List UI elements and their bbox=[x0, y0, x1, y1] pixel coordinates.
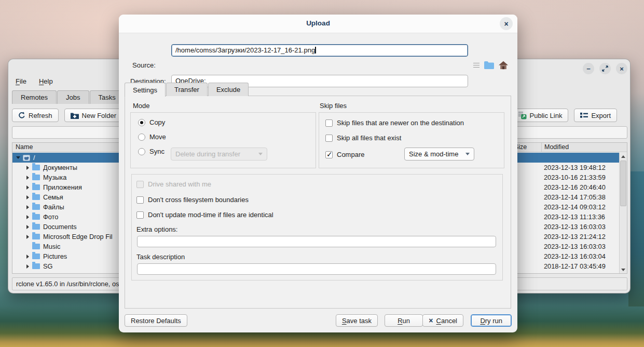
expand-arrow-icon[interactable] bbox=[24, 264, 31, 269]
task-description-input[interactable] bbox=[137, 263, 496, 275]
mode-radio-row[interactable]: Copy bbox=[138, 118, 166, 126]
scrollbar-thumb[interactable] bbox=[620, 161, 626, 206]
column-modified[interactable]: Modified bbox=[541, 143, 619, 152]
checkbox-label: Skip all files that exist bbox=[337, 134, 401, 142]
radio-icon[interactable] bbox=[138, 134, 145, 141]
folder-icon bbox=[32, 194, 40, 200]
checkbox-disabled-icon bbox=[136, 181, 144, 188]
export-button[interactable]: Export bbox=[574, 109, 617, 122]
row-modified: 2023-12-13 21:24:12 bbox=[541, 233, 619, 241]
compare-checkbox-row[interactable]: Compare bbox=[325, 151, 364, 158]
mode-radio-list: Copy Move Sync bbox=[138, 118, 166, 155]
minimize-icon[interactable]: − bbox=[583, 63, 594, 74]
scrollbar[interactable] bbox=[619, 153, 627, 273]
main-tab-label: Jobs bbox=[66, 94, 80, 101]
expand-arrow-icon[interactable] bbox=[24, 166, 31, 170]
main-tab-label: Remotes bbox=[21, 94, 48, 101]
compare-dropdown[interactable]: Size & mod-time bbox=[404, 148, 474, 161]
dialog-tab[interactable]: Transfer bbox=[166, 83, 208, 96]
maximize-icon[interactable] bbox=[599, 63, 611, 74]
skip-newer-checkbox-row[interactable]: Skip files that are newer on the destina… bbox=[325, 119, 464, 127]
folder-icon bbox=[32, 253, 40, 259]
checkbox-icon[interactable] bbox=[325, 135, 333, 142]
recent-paths-icon[interactable] bbox=[473, 63, 479, 68]
chevron-down-icon bbox=[465, 153, 470, 155]
source-input[interactable]: /home/comss/Загрузки/2023-12-17_16-21.pn… bbox=[171, 44, 468, 57]
skip-files-group-label: Skip files bbox=[320, 102, 347, 110]
restore-defaults-button[interactable]: Restore Defaults bbox=[125, 314, 187, 327]
radio-label: Copy bbox=[149, 118, 165, 126]
new-folder-icon bbox=[71, 112, 79, 119]
menu-bar: File Help bbox=[13, 76, 55, 86]
expand-arrow-icon[interactable] bbox=[24, 185, 31, 190]
checkbox-icon[interactable] bbox=[325, 119, 333, 127]
checkbox-icon[interactable] bbox=[136, 196, 144, 204]
radio-label: Move bbox=[149, 133, 166, 141]
folder-icon bbox=[32, 204, 40, 210]
checkbox-checked-icon[interactable] bbox=[325, 151, 333, 158]
row-modified: 2023-12-16 20:46:40 bbox=[541, 183, 619, 191]
checkbox-label: Drive shared with me bbox=[148, 180, 211, 188]
checkbox-label: Skip files that are newer on the destina… bbox=[337, 119, 464, 127]
mode-radio-row[interactable]: Sync bbox=[138, 148, 166, 155]
dialog-tab[interactable]: Settings bbox=[125, 83, 166, 97]
extra-options-label: Extra options: bbox=[136, 225, 178, 233]
expand-arrow-icon[interactable] bbox=[24, 215, 31, 219]
dialog-tab-bar: Settings Transfer Exclude bbox=[125, 82, 249, 96]
main-tab[interactable]: Jobs bbox=[57, 90, 89, 104]
checkbox-icon[interactable] bbox=[136, 211, 144, 219]
public-link-button[interactable]: Public Link bbox=[512, 109, 569, 122]
expand-arrow-icon[interactable] bbox=[24, 225, 31, 229]
browse-folder-icon[interactable] bbox=[484, 61, 494, 69]
checkbox-label: Don't cross filesystem boundaries bbox=[148, 196, 249, 204]
no-update-modtime-checkbox-row[interactable]: Don't update mod-time if files are ident… bbox=[136, 211, 273, 219]
no-cross-fs-checkbox-row[interactable]: Don't cross filesystem boundaries bbox=[136, 196, 249, 204]
folder-icon bbox=[32, 244, 40, 249]
sync-delete-dropdown[interactable]: Delete during transfer bbox=[171, 148, 267, 161]
refresh-label: Refresh bbox=[29, 112, 52, 119]
new-folder-label: New Folder bbox=[82, 112, 116, 119]
collapse-arrow-icon[interactable] bbox=[15, 156, 22, 159]
text-caret bbox=[315, 47, 316, 54]
main-tab[interactable]: Remotes bbox=[12, 90, 57, 104]
public-link-label: Public Link bbox=[530, 112, 563, 119]
radio-icon[interactable] bbox=[138, 148, 145, 155]
expand-arrow-icon[interactable] bbox=[24, 235, 31, 239]
expand-arrow-icon[interactable] bbox=[24, 205, 31, 209]
source-label: Source: bbox=[132, 61, 156, 69]
save-task-button[interactable]: Save task bbox=[336, 314, 378, 327]
close-icon[interactable]: × bbox=[616, 63, 627, 74]
mode-radio-row[interactable]: Move bbox=[138, 133, 166, 141]
home-icon[interactable] bbox=[499, 61, 508, 70]
run-button[interactable]: Run bbox=[385, 314, 423, 327]
row-modified: 2023-12-14 09:03:12 bbox=[541, 203, 619, 211]
close-icon[interactable]: × bbox=[500, 17, 513, 30]
task-description-label: Task description bbox=[136, 253, 185, 261]
expand-arrow-icon[interactable] bbox=[24, 176, 31, 180]
row-modified: 2023-12-13 11:13:36 bbox=[541, 213, 619, 221]
drive-shared-checkbox-row: Drive shared with me bbox=[136, 180, 211, 188]
scroll-down-icon[interactable] bbox=[620, 266, 627, 273]
dialog-tab[interactable]: Exclude bbox=[208, 83, 249, 96]
expand-arrow-icon[interactable] bbox=[24, 255, 31, 259]
cancel-button[interactable]: × Cancel bbox=[422, 314, 463, 327]
dialog-titlebar: Upload × bbox=[119, 15, 517, 33]
skip-exist-checkbox-row[interactable]: Skip all files that exist bbox=[325, 134, 401, 142]
extra-options-input[interactable] bbox=[137, 236, 496, 247]
menu-file[interactable]: File bbox=[13, 77, 29, 86]
scroll-up-icon[interactable] bbox=[620, 153, 627, 160]
folder-icon bbox=[32, 165, 40, 170]
cancel-x-icon: × bbox=[429, 317, 433, 324]
radio-icon[interactable] bbox=[138, 119, 145, 126]
public-link-icon bbox=[518, 111, 527, 119]
checkbox-label: Don't update mod-time if files are ident… bbox=[148, 211, 273, 219]
window-controls: − × bbox=[583, 63, 627, 74]
refresh-button[interactable]: Refresh bbox=[12, 109, 59, 122]
new-folder-button[interactable]: New Folder bbox=[64, 109, 122, 122]
menu-help[interactable]: Help bbox=[37, 77, 55, 86]
folder-icon bbox=[32, 234, 40, 239]
dry-run-button[interactable]: Dry run bbox=[471, 314, 512, 327]
row-modified: 2023-12-13 16:03:03 bbox=[541, 243, 619, 250]
folder-icon bbox=[32, 224, 40, 230]
expand-arrow-icon[interactable] bbox=[24, 195, 31, 199]
